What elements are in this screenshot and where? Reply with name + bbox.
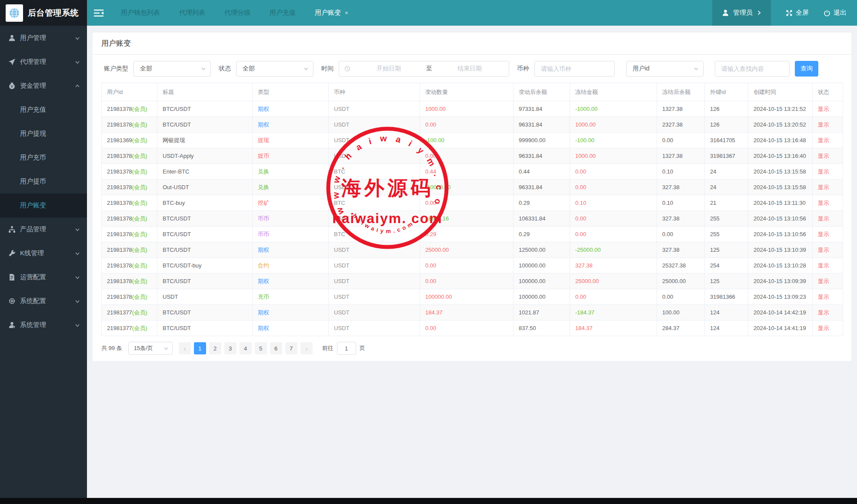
page-button-4[interactable]: 4	[240, 342, 252, 354]
admin-menu[interactable]: 管理员	[712, 0, 771, 26]
user-id: 21981378	[107, 121, 132, 128]
cell-fk-id: 255	[705, 227, 748, 242]
next-page-button[interactable]: ›	[300, 342, 313, 354]
sidebar-item-user-withdraw[interactable]: 用户提现	[0, 122, 87, 146]
sidebar-group-funds-mgmt[interactable]: 资金管理	[0, 74, 87, 98]
cell-fk-id: 254	[705, 258, 748, 274]
date-range-input[interactable]: 开始日期 至 结束日期	[339, 61, 509, 77]
menu-fold-icon[interactable]	[94, 9, 103, 17]
pagination: 共 99 条 15条/页 ‹1234567› 前往 页	[101, 342, 843, 355]
user-tag: (会员)	[132, 184, 147, 190]
cell-fk-id: 124	[705, 305, 748, 320]
tab-close-icon[interactable]: ×	[345, 10, 348, 16]
cell-user-id: 21981378(会员)	[102, 101, 157, 117]
row-show-link[interactable]: 显示	[813, 117, 843, 133]
cell-type: 提现	[253, 133, 329, 148]
cell-frozen-after: 1327.38	[657, 148, 705, 164]
cell-type: 期权	[253, 242, 329, 258]
cell-balance-after: 96331.84	[514, 180, 570, 195]
coin-input[interactable]	[534, 61, 615, 77]
cell-title: BTC/USDT	[157, 274, 253, 289]
user-tag: (会员)	[132, 231, 147, 237]
sidebar-item-label: 用户提现	[20, 130, 46, 138]
cell-change: -10000.00	[420, 180, 514, 195]
page-button-1[interactable]: 1	[194, 342, 206, 354]
tab-user-recharge[interactable]: 用户充值	[260, 0, 305, 26]
cell-coin: USDT	[329, 101, 420, 117]
account-type-select[interactable]: 全部	[133, 61, 211, 77]
page-button-6[interactable]: 6	[270, 342, 282, 354]
sidebar-group-user-mgmt[interactable]: 用户管理	[0, 26, 87, 50]
cell-fk-id: 31981366	[705, 289, 748, 305]
row-show-link[interactable]: 显示	[813, 195, 843, 211]
sidebar-group-kline-mgmt[interactable]: K线管理	[0, 241, 87, 265]
table-row: 21981378(会员)BTC/USDT期权USDT0.00100000.002…	[102, 274, 843, 289]
user-tag: (会员)	[132, 262, 147, 269]
cell-change: 18665.16	[420, 211, 514, 227]
sidebar-item-user-account-change[interactable]: 用户账变	[0, 194, 87, 217]
cell-balance-after: 100000.00	[514, 258, 570, 274]
cell-fk-id: 24	[705, 164, 748, 180]
cell-type: 币币	[253, 211, 329, 227]
sidebar-item-label: 用户充币	[20, 154, 46, 162]
search-field-select[interactable]: 用户id	[626, 61, 704, 77]
prev-page-button[interactable]: ‹	[179, 342, 191, 354]
search-input[interactable]	[715, 61, 790, 77]
row-show-link[interactable]: 显示	[813, 274, 843, 289]
row-show-link[interactable]: 显示	[813, 180, 843, 195]
row-show-link[interactable]: 显示	[813, 101, 843, 117]
row-show-link[interactable]: 显示	[813, 133, 843, 148]
row-show-link[interactable]: 显示	[813, 164, 843, 180]
sidebar-group-product-mgmt[interactable]: 产品管理	[0, 217, 87, 241]
page-button-7[interactable]: 7	[285, 342, 297, 354]
sidebar-group-ops-config[interactable]: 运营配置	[0, 265, 87, 289]
cell-frozen-after: 100.00	[657, 305, 705, 320]
page-button-5[interactable]: 5	[255, 342, 267, 354]
cell-title: BTC/USDT	[157, 242, 253, 258]
page-buttons: ‹1234567›	[179, 342, 313, 354]
row-show-link[interactable]: 显示	[813, 242, 843, 258]
logout-button[interactable]: 退出	[824, 9, 847, 17]
cell-change: 0.44	[420, 164, 514, 180]
status-select[interactable]: 全部	[236, 61, 313, 77]
cell-type: 充币	[253, 289, 329, 305]
page-button-2[interactable]: 2	[209, 342, 221, 354]
page-button-3[interactable]: 3	[224, 342, 237, 354]
cell-balance-after: 125000.00	[514, 242, 570, 258]
fullscreen-button[interactable]: 全屏	[786, 9, 809, 17]
tab-user-account-change[interactable]: 用户账变×	[305, 0, 358, 26]
cell-user-id: 21981378(会员)	[102, 227, 157, 242]
row-show-link[interactable]: 显示	[813, 258, 843, 274]
row-show-link[interactable]: 显示	[813, 148, 843, 164]
cell-created-time: 2024-10-15 13:10:39	[748, 242, 813, 258]
gear-icon	[8, 297, 16, 305]
cell-created-time: 2024-10-15 13:20:52	[748, 117, 813, 133]
cell-balance-after: 96331.84	[514, 148, 570, 164]
column-header-4: 变动数量	[420, 83, 514, 101]
cell-title: BTC/USDT	[157, 211, 253, 227]
row-show-link[interactable]: 显示	[813, 320, 843, 336]
power-icon	[824, 10, 830, 17]
page-size-select[interactable]: 15条/页	[128, 342, 173, 355]
sidebar-group-agent-mgmt[interactable]: 代理管理	[0, 50, 87, 74]
cell-fk-id: 31641705	[705, 133, 748, 148]
chevron-down-icon	[75, 227, 80, 232]
goto-page-input[interactable]	[337, 342, 356, 355]
sidebar-group-system-config[interactable]: 系统配置	[0, 289, 87, 313]
search-button[interactable]: 查询	[795, 61, 818, 77]
sidebar-item-user-coin-in[interactable]: 用户充币	[0, 146, 87, 170]
sidebar-item-user-recharge[interactable]: 用户充值	[0, 98, 87, 122]
chevron-down-icon	[303, 66, 309, 71]
row-show-link[interactable]: 显示	[813, 289, 843, 305]
user-avatar-icon	[722, 9, 729, 17]
chevron-down-icon	[75, 323, 80, 328]
sidebar-group-system-mgmt[interactable]: 系统管理	[0, 313, 87, 337]
cell-balance-after: 0.44	[514, 164, 570, 180]
row-show-link[interactable]: 显示	[813, 227, 843, 242]
tab-agent-list[interactable]: 代理列表	[170, 0, 215, 26]
row-show-link[interactable]: 显示	[813, 211, 843, 227]
tab-agent-grade[interactable]: 代理分级	[215, 0, 260, 26]
row-show-link[interactable]: 显示	[813, 305, 843, 320]
tab-user-wallet-list[interactable]: 用户钱包列表	[111, 0, 170, 26]
sidebar-item-user-coin-out[interactable]: 用户提币	[0, 170, 87, 194]
